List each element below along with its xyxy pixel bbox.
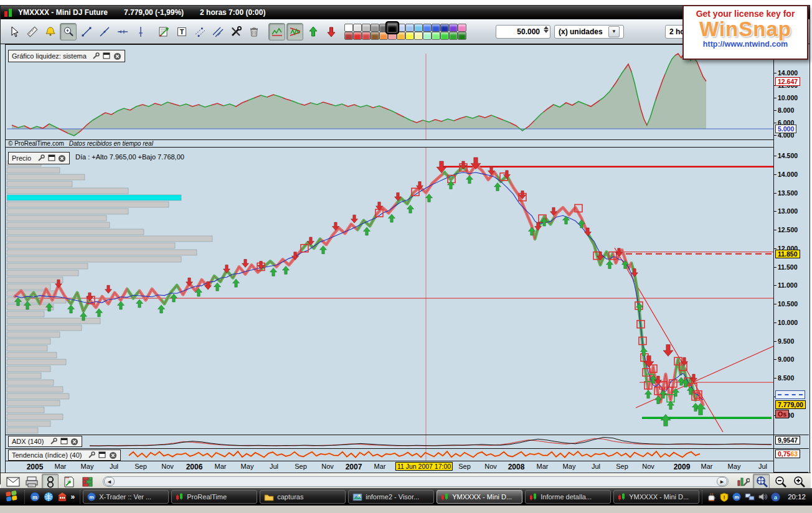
color-swatch[interactable] bbox=[449, 32, 458, 40]
color-swatch[interactable] bbox=[458, 24, 466, 32]
wrench-icon[interactable] bbox=[88, 451, 96, 459]
messenger-tray-icon[interactable]: a bbox=[771, 492, 780, 502]
color-swatch[interactable] bbox=[344, 24, 353, 32]
wrench-icon[interactable] bbox=[49, 438, 57, 446]
color-swatch[interactable] bbox=[397, 32, 405, 40]
quick-launch-expand[interactable]: » bbox=[71, 492, 75, 501]
units-dropdown[interactable]: (x) unidades ▼ bbox=[554, 25, 624, 39]
wrench-icon[interactable] bbox=[37, 154, 45, 162]
color-swatch[interactable] bbox=[387, 22, 398, 32]
close-icon[interactable] bbox=[113, 52, 121, 60]
browser-icon[interactable] bbox=[44, 492, 54, 502]
pointer-tool-button[interactable] bbox=[6, 23, 22, 40]
channel-tool-button[interactable] bbox=[191, 23, 208, 40]
zoom-out-button[interactable] bbox=[772, 474, 788, 490]
alert-tool-button[interactable] bbox=[42, 23, 59, 40]
positions-button[interactable] bbox=[79, 474, 96, 490]
color-swatch[interactable] bbox=[353, 24, 362, 32]
price-panel-header[interactable]: Precio bbox=[8, 152, 70, 164]
color-swatch[interactable] bbox=[362, 24, 371, 32]
color-swatch[interactable] bbox=[423, 24, 432, 32]
wrench-icon[interactable] bbox=[92, 52, 100, 60]
delete-tool-button[interactable] bbox=[245, 23, 262, 40]
buy-arrow-button[interactable] bbox=[304, 23, 321, 40]
start-button[interactable] bbox=[2, 489, 22, 504]
color-swatch[interactable] bbox=[362, 32, 371, 40]
taskbar-button[interactable]: YMXXXX - Mini D... bbox=[437, 490, 522, 504]
color-swatch[interactable] bbox=[371, 24, 379, 32]
horizontal-line-tool-button[interactable] bbox=[114, 23, 131, 40]
close-icon[interactable] bbox=[58, 154, 66, 162]
settings-tools-button[interactable] bbox=[227, 23, 244, 40]
ad-url-link[interactable]: http://www.ntwind.com bbox=[684, 40, 807, 49]
color-swatch[interactable] bbox=[432, 32, 440, 40]
color-swatch[interactable] bbox=[388, 32, 397, 40]
parallel-lines-tool-button[interactable] bbox=[209, 23, 226, 40]
window-icon[interactable] bbox=[103, 52, 111, 60]
security-shield-icon[interactable]: ! bbox=[720, 492, 729, 502]
color-swatch[interactable] bbox=[353, 32, 362, 40]
taskbar-button[interactable]: capturas bbox=[260, 490, 346, 504]
color-swatch[interactable] bbox=[449, 24, 458, 32]
quantity-increment-button[interactable] bbox=[544, 26, 549, 29]
taskbar-button[interactable]: informe2 - Visor... bbox=[348, 490, 434, 504]
price-axis-gutter[interactable]: 14.00012.00010.0008.0006.0004.00012.6475… bbox=[773, 45, 808, 472]
zoom-in-button[interactable] bbox=[790, 474, 807, 490]
email-button[interactable] bbox=[4, 474, 21, 490]
color-swatch[interactable] bbox=[397, 24, 405, 32]
chart-plot-area[interactable] bbox=[6, 45, 773, 472]
color-swatch[interactable] bbox=[440, 32, 449, 40]
winsnap-ad[interactable]: Get your license key for WinSnap http://… bbox=[682, 5, 808, 60]
color-swatch[interactable] bbox=[371, 32, 379, 40]
ruler-tool-button[interactable] bbox=[24, 23, 40, 40]
taskbar-button[interactable]: mX-Trader :: Ver ... bbox=[83, 490, 169, 504]
maxthon-icon[interactable]: m bbox=[30, 492, 40, 502]
volume-tray-icon[interactable] bbox=[758, 492, 767, 501]
quantity-input[interactable]: 50.000 bbox=[496, 25, 550, 39]
close-icon[interactable] bbox=[70, 438, 78, 446]
window-icon[interactable] bbox=[47, 154, 55, 162]
taskbar-button[interactable]: YMXXXX - Mini D... bbox=[613, 490, 699, 504]
search-quotes-button[interactable] bbox=[42, 474, 59, 490]
taskbar-clock[interactable]: 20:12 bbox=[784, 493, 810, 501]
color-swatch[interactable] bbox=[414, 24, 423, 32]
line-tool-button[interactable] bbox=[96, 23, 113, 40]
close-icon[interactable] bbox=[109, 451, 117, 459]
java-tray-icon[interactable] bbox=[707, 492, 716, 502]
zoom-fit-button[interactable] bbox=[753, 474, 770, 490]
color-swatch[interactable] bbox=[344, 32, 353, 40]
taskbar-button[interactable]: ProRealTime bbox=[171, 490, 257, 504]
chart-settings-button[interactable] bbox=[734, 474, 751, 490]
network-tray-icon[interactable] bbox=[745, 492, 755, 501]
quantity-decrement-button[interactable] bbox=[544, 30, 549, 33]
color-swatch[interactable] bbox=[458, 32, 466, 40]
text-tool-button[interactable]: T bbox=[173, 23, 190, 40]
liquidity-panel-header[interactable]: Gráfico liquidez: sistema bbox=[8, 50, 125, 62]
color-swatch[interactable] bbox=[414, 32, 423, 40]
color-swatch[interactable] bbox=[432, 24, 440, 32]
indicators-button[interactable] bbox=[155, 23, 172, 40]
segment-tool-button[interactable] bbox=[78, 23, 95, 40]
report-button[interactable] bbox=[60, 474, 77, 490]
color-swatch[interactable] bbox=[440, 24, 449, 32]
window-icon[interactable] bbox=[98, 451, 106, 459]
color-swatch[interactable] bbox=[423, 32, 432, 40]
chart-mode-line-button[interactable] bbox=[268, 23, 285, 40]
color-swatch[interactable] bbox=[405, 32, 414, 40]
taskbar-button[interactable]: Informe detalla... bbox=[525, 490, 611, 504]
vertical-line-tool-button[interactable] bbox=[132, 23, 149, 40]
print-button[interactable] bbox=[23, 474, 40, 490]
sell-arrow-button[interactable] bbox=[323, 23, 339, 40]
scroll-right-button[interactable]: ▶ bbox=[717, 477, 727, 486]
color-swatch[interactable] bbox=[379, 32, 388, 40]
trading-app-icon[interactable] bbox=[57, 492, 67, 502]
zoom-tool-button[interactable] bbox=[60, 23, 77, 40]
horizontal-scrollbar[interactable]: ◀ ▶ bbox=[103, 476, 729, 487]
scroll-left-button[interactable]: ◀ bbox=[104, 477, 115, 486]
maxthon-tray-icon[interactable]: m bbox=[732, 492, 741, 501]
window-icon[interactable] bbox=[60, 438, 68, 446]
adx-panel-header[interactable]: ADX (140) bbox=[8, 436, 82, 447]
time-axis[interactable]: 2005MarMayJulSepNov2006MarMayJulSepNov20… bbox=[6, 461, 773, 473]
tendencia-panel-header[interactable]: Tendencia (índice) (40) bbox=[8, 449, 121, 461]
color-swatch[interactable] bbox=[405, 24, 414, 32]
